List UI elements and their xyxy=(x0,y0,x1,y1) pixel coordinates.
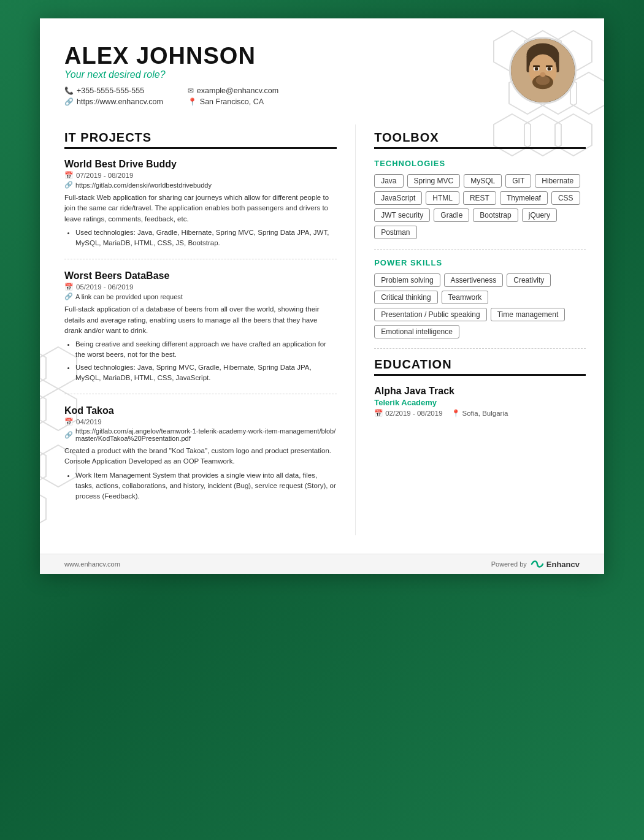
resume-page: ALEX JOHNSON Your next desired role? 📞 +… xyxy=(40,18,604,574)
tag-git: GIT xyxy=(505,174,531,188)
skill-critical-thinking: Critical thinking xyxy=(374,291,437,304)
calendar-icon-1: 📅 xyxy=(64,171,73,180)
project-2: Worst Beers DataBase 📅 05/2019 - 06/2019… xyxy=(64,270,337,394)
avatar xyxy=(509,37,577,104)
contact-col-right: ✉ example@enhancv.com 📍 San Francisco, C… xyxy=(188,86,278,106)
candidate-name: ALEX JOHNSON xyxy=(64,43,580,69)
project-2-date: 📅 05/2019 - 06/2019 xyxy=(64,283,337,291)
toolbox-divider xyxy=(374,249,586,250)
location-icon-edu: 📍 xyxy=(451,409,460,418)
email-value: example@enhancv.com xyxy=(197,86,278,95)
edu-degree: Alpha Java Track xyxy=(374,386,586,397)
edu-date-value: 02/2019 - 08/2019 xyxy=(385,410,442,417)
tag-java: Java xyxy=(374,174,403,188)
technologies-subtitle: TECHNOLOGIES xyxy=(374,159,586,168)
skill-emotional-intelligence: Emotional intelligence xyxy=(374,325,459,338)
powered-by-label: Powered by xyxy=(491,560,527,568)
edu-institution: Telerik Academy xyxy=(374,398,586,407)
svg-rect-29 xyxy=(546,65,553,67)
it-projects-title: IT PROJECTS xyxy=(64,131,337,149)
svg-point-27 xyxy=(548,67,551,71)
left-column: IT PROJECTS World Best Drive Buddy 📅 07/… xyxy=(40,124,356,535)
header-contacts: 📞 +355-5555-555-555 🔗 https://www.enhanc… xyxy=(64,86,580,106)
project-2-link: 🔗 A link can be provided upon request xyxy=(64,292,337,300)
tag-gradle: Gradle xyxy=(434,208,469,222)
website-value: https://www.enhancv.com xyxy=(77,97,163,106)
link-icon: 🔗 xyxy=(64,97,74,106)
svg-rect-28 xyxy=(533,65,540,67)
project-1-bullet-1: Used technologies: Java, Gradle, Hiberna… xyxy=(75,227,337,249)
project-2-title: Worst Beers DataBase xyxy=(64,270,337,281)
project-2-bullet-2: Used technologies: Java, Spring MVC, Gra… xyxy=(75,362,337,384)
project-1: World Best Drive Buddy 📅 07/2019 - 08/20… xyxy=(64,159,337,259)
calendar-icon-edu: 📅 xyxy=(374,409,383,418)
project-1-title: World Best Drive Buddy xyxy=(64,159,337,170)
technologies-tags: Java Spring MVC MySQL GIT Hibernate Java… xyxy=(374,174,586,239)
power-skills-tags: Problem solving Assertiveness Creativity… xyxy=(374,273,586,338)
powered-by: Powered by Enhancv xyxy=(491,559,580,569)
calendar-icon-3: 📅 xyxy=(64,418,73,426)
tag-bootstrap: Bootstrap xyxy=(473,208,518,222)
link-icon-3: 🔗 xyxy=(64,431,73,439)
tag-css: CSS xyxy=(551,191,580,205)
skill-teamwork: Teamwork xyxy=(442,291,489,304)
contact-location: 📍 San Francisco, CA xyxy=(188,97,278,106)
project-1-desc: Full-stack Web application for sharing c… xyxy=(64,193,337,224)
link-icon-1: 🔗 xyxy=(64,181,73,189)
calendar-icon-2: 📅 xyxy=(64,283,73,291)
project-1-link: 🔗 https://gitlab.com/denski/worldbestdri… xyxy=(64,181,337,189)
footer: www.enhancv.com Powered by Enhancv xyxy=(40,554,604,574)
skill-presentation: Presentation / Public speaking xyxy=(374,308,486,321)
skill-time-management: Time management xyxy=(491,308,565,321)
avatar-container xyxy=(509,37,577,104)
project-2-bullet-1: Being creative and seeking different app… xyxy=(75,339,337,361)
contact-col-left: 📞 +355-5555-555-555 🔗 https://www.enhanc… xyxy=(64,86,163,106)
education-title: EDUCATION xyxy=(374,357,586,376)
tag-postman: Postman xyxy=(374,226,416,239)
toolbox-title: TOOLBOX xyxy=(374,131,586,149)
footer-website: www.enhancv.com xyxy=(64,560,120,568)
phone-icon: 📞 xyxy=(64,86,74,95)
skill-creativity: Creativity xyxy=(507,273,551,287)
tag-thymeleaf: Thymeleaf xyxy=(500,191,548,205)
header-section: ALEX JOHNSON Your next desired role? 📞 +… xyxy=(40,18,604,118)
skill-assertiveness: Assertiveness xyxy=(444,273,504,287)
link-icon-2: 🔗 xyxy=(64,292,73,300)
edu-location-value: Sofia, Bulgaria xyxy=(462,410,508,417)
project-3-bullets: Work Item Management System that provide… xyxy=(64,470,337,502)
email-icon: ✉ xyxy=(188,86,194,95)
education-block: Alpha Java Track Telerik Academy 📅 02/20… xyxy=(374,386,586,418)
tag-rest: REST xyxy=(463,191,496,205)
tag-html: HTML xyxy=(426,191,459,205)
edu-date: 📅 02/2019 - 08/2019 xyxy=(374,409,442,418)
project-3-bullet-1: Work Item Management System that provide… xyxy=(75,470,337,502)
edu-meta: 📅 02/2019 - 08/2019 📍 Sofia, Bulgaria xyxy=(374,409,586,418)
power-skills-subtitle: POWER SKILLS xyxy=(374,258,586,267)
project-1-date: 📅 07/2019 - 08/2019 xyxy=(64,171,337,180)
phone-value: +355-5555-555-555 xyxy=(77,86,144,95)
location-icon: 📍 xyxy=(188,97,197,106)
svg-point-26 xyxy=(535,67,539,71)
project-3: Kod Takoa 📅 04/2019 🔗 https://gitlab.com… xyxy=(64,405,337,512)
contact-email: ✉ example@enhancv.com xyxy=(188,86,278,95)
project-3-desc: Created a product with the brand "Kod Ta… xyxy=(64,446,337,467)
right-column: TOOLBOX TECHNOLOGIES Java Spring MVC MyS… xyxy=(356,124,604,535)
contact-website: 🔗 https://www.enhancv.com xyxy=(64,97,163,106)
tag-jquery: jQuery xyxy=(522,208,557,222)
tag-mysql: MySQL xyxy=(464,174,502,188)
tag-hibernate: Hibernate xyxy=(535,174,580,188)
project-3-date: 📅 04/2019 xyxy=(64,418,337,426)
project-2-bullets: Being creative and seeking different app… xyxy=(64,339,337,383)
education-divider xyxy=(374,348,586,349)
project-1-bullets: Used technologies: Java, Gradle, Hiberna… xyxy=(64,227,337,249)
tag-javascript: JavaScript xyxy=(374,191,422,205)
project-3-title: Kod Takoa xyxy=(64,405,337,416)
project-2-desc: Full-stack application of a database of … xyxy=(64,304,337,336)
candidate-role: Your next desired role? xyxy=(64,69,580,80)
skill-problem-solving: Problem solving xyxy=(374,273,440,287)
edu-location: 📍 Sofia, Bulgaria xyxy=(451,409,508,418)
tag-spring-mvc: Spring MVC xyxy=(407,174,461,188)
brand-name: Enhancv xyxy=(546,560,580,569)
location-value: San Francisco, CA xyxy=(200,97,264,106)
tag-jwt-security: JWT security xyxy=(374,208,430,222)
